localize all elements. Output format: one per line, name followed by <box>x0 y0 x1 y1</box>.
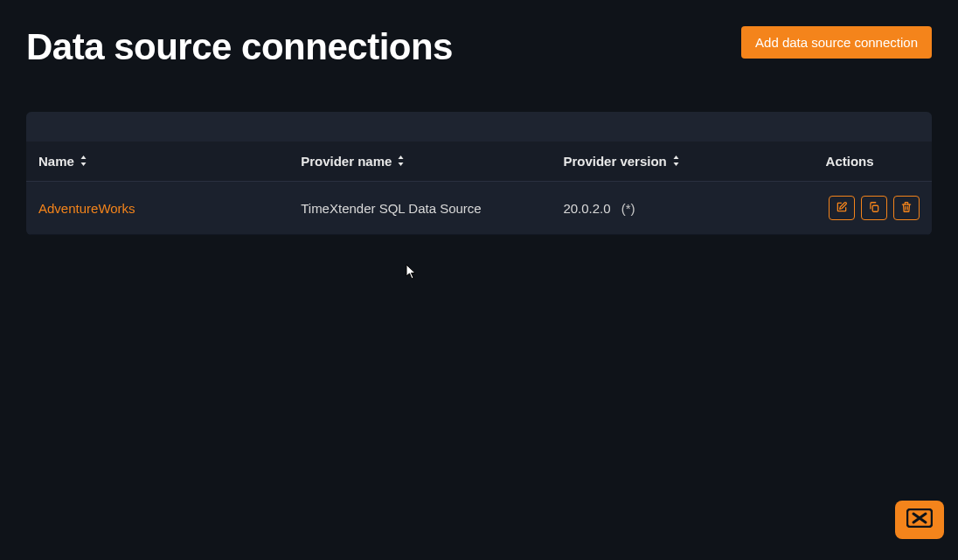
column-header-provider-name[interactable]: Provider name <box>301 154 405 169</box>
column-header-provider-version[interactable]: Provider version <box>563 154 679 169</box>
trash-icon <box>900 201 913 216</box>
edit-icon <box>836 201 848 216</box>
provider-name-value: TimeXtender SQL Data Source <box>301 201 481 216</box>
connections-table: Name Provider name <box>26 112 932 235</box>
connection-name-link[interactable]: AdventureWorks <box>38 201 135 216</box>
page-title: Data source connections <box>26 26 453 68</box>
sort-icon <box>397 154 405 169</box>
provider-version-value: 20.0.2.0 <box>563 201 610 216</box>
table-toolbar <box>26 112 932 142</box>
column-header-provider-version-label: Provider version <box>563 154 666 169</box>
copy-icon <box>868 201 880 216</box>
column-header-actions: Actions <box>826 154 874 169</box>
sort-icon <box>672 154 680 169</box>
sort-icon <box>80 154 87 169</box>
add-data-source-button[interactable]: Add data source connection <box>741 26 932 59</box>
provider-version-suffix: (*) <box>621 201 635 216</box>
column-header-name[interactable]: Name <box>38 154 87 169</box>
column-header-provider-name-label: Provider name <box>301 154 392 169</box>
copy-button[interactable] <box>861 196 887 220</box>
table-row: AdventureWorks TimeXtender SQL Data Sour… <box>26 182 932 235</box>
column-header-name-label: Name <box>38 154 74 169</box>
edit-button[interactable] <box>829 196 855 220</box>
brand-x-icon <box>906 508 933 531</box>
brand-widget-button[interactable] <box>895 501 944 539</box>
delete-button[interactable] <box>893 196 920 220</box>
svg-rect-0 <box>872 205 878 211</box>
cursor-icon <box>406 264 418 283</box>
